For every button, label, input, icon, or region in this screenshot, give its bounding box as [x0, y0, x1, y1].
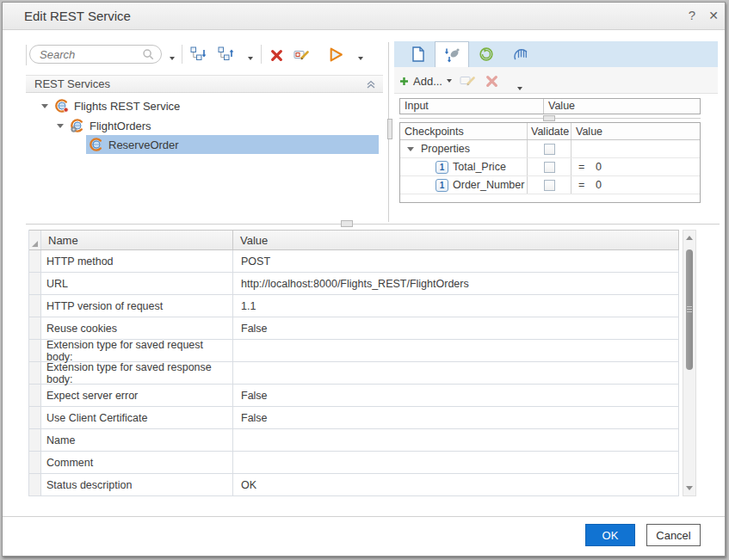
expander-icon[interactable] — [41, 104, 48, 108]
double-chevron-up-icon[interactable] — [366, 79, 376, 89]
ok-button[interactable]: OK — [585, 524, 635, 546]
rename-checkpoint-button[interactable] — [460, 74, 476, 92]
value-column-header[interactable]: Value — [571, 123, 700, 139]
row-selector[interactable] — [29, 340, 41, 361]
tree-item-label: Flights REST Service — [74, 100, 180, 113]
tree-item-flights-rest-service[interactable]: Flights REST Service — [41, 96, 180, 115]
property-row-name: Name — [29, 429, 679, 452]
row-selector[interactable] — [29, 250, 41, 272]
run-button[interactable] — [328, 46, 344, 66]
row-selector-gutter[interactable] — [29, 231, 41, 249]
scroll-up-icon[interactable] — [686, 236, 693, 240]
tree-item-reserveorder[interactable]: ReserveOrder — [90, 135, 179, 154]
property-name: Use Client Certificate — [41, 407, 233, 428]
property-value[interactable] — [233, 340, 679, 361]
value-column-header[interactable]: Value — [233, 231, 679, 249]
rest-resource-icon — [71, 119, 84, 132]
checkpoint-value[interactable]: 0 — [596, 179, 602, 191]
validate-checkbox[interactable] — [544, 144, 555, 155]
toolbar-grip — [26, 45, 27, 65]
search-input[interactable] — [40, 46, 136, 62]
checkpoint-group-label: Properties — [421, 143, 470, 155]
expand-all-icon — [190, 46, 207, 62]
tree-item-flightorders[interactable]: FlightOrders — [57, 116, 151, 135]
checkpoints-icon — [443, 47, 460, 63]
property-name: HTTP version of request — [41, 295, 233, 317]
search-input-wrap — [29, 45, 162, 64]
close-icon[interactable]: ✕ — [704, 3, 723, 28]
search-dropdown-icon[interactable] — [170, 57, 175, 60]
dialog-title: Edit REST Service — [24, 3, 131, 30]
scrollbar-thumb[interactable] — [686, 249, 693, 370]
cancel-button[interactable]: Cancel — [646, 524, 701, 546]
number-type-icon: 1 — [436, 179, 448, 192]
tab-checkpoints[interactable] — [435, 41, 469, 67]
property-row-ext-response-body: Extension type for saved response body: — [29, 362, 679, 385]
red-x-icon — [485, 75, 498, 88]
expander-icon[interactable] — [407, 147, 414, 151]
select-all-icon — [32, 241, 38, 247]
row-selector[interactable] — [29, 474, 41, 495]
row-selector[interactable] — [29, 317, 41, 339]
input-value-column-header[interactable]: Value — [544, 99, 700, 114]
toolbar-separator — [182, 45, 182, 64]
help-icon[interactable]: ? — [683, 3, 701, 28]
rename-pencil-icon — [293, 48, 310, 63]
property-value[interactable]: False — [233, 317, 679, 339]
collapse-all-button[interactable] — [218, 46, 234, 65]
toolbar-overflow-icon[interactable] — [517, 87, 522, 90]
property-name: HTTP method — [41, 250, 233, 272]
expand-all-button[interactable] — [190, 46, 207, 65]
property-value[interactable]: False — [233, 385, 679, 406]
scroll-down-icon[interactable] — [686, 486, 693, 490]
validate-column-header[interactable]: Validate — [528, 123, 571, 139]
input-column-header[interactable]: Input — [400, 99, 544, 114]
checkpoints-table-header: Checkpoints Validate Value — [400, 123, 700, 140]
run-dropdown-icon[interactable] — [358, 57, 363, 60]
row-selector[interactable] — [29, 273, 41, 294]
tree-tools-dropdown-icon[interactable] — [248, 57, 253, 60]
property-value[interactable]: 1.1 — [233, 295, 679, 317]
property-value[interactable]: OK — [233, 474, 679, 495]
tab-events[interactable] — [469, 41, 504, 67]
checkpoint-label: Order_Number — [453, 179, 524, 191]
checkpoints-column-header[interactable]: Checkpoints — [400, 123, 528, 139]
row-selector[interactable] — [29, 452, 41, 473]
search-icon — [142, 48, 155, 61]
property-value[interactable]: http://localhost:8000/Flights_REST/Fligh… — [233, 273, 679, 294]
property-row-comment: Comment — [29, 452, 679, 474]
input-checkpoints-splitter-grip[interactable] — [543, 115, 555, 121]
delete-button[interactable] — [270, 49, 283, 65]
tab-document[interactable] — [401, 41, 435, 67]
property-name: Extension type for saved response body: — [41, 362, 233, 384]
validate-checkbox[interactable] — [544, 162, 555, 173]
name-column-header[interactable]: Name — [41, 231, 233, 249]
vertical-splitter-grip[interactable] — [387, 119, 392, 139]
horizontal-splitter-grip[interactable] — [341, 220, 353, 227]
vertical-scrollbar[interactable] — [683, 230, 696, 496]
rename-button[interactable] — [293, 48, 310, 66]
checkpoint-group-row[interactable]: Properties — [400, 140, 700, 158]
expander-icon[interactable] — [57, 124, 64, 128]
row-selector[interactable] — [29, 362, 41, 384]
tab-http[interactable] — [504, 41, 538, 67]
checkpoint-operator: = — [571, 179, 596, 191]
row-selector[interactable] — [29, 385, 41, 406]
row-selector[interactable] — [29, 295, 41, 317]
property-value[interactable]: POST — [233, 250, 679, 272]
add-button[interactable]: Add... — [399, 72, 452, 89]
delete-checkpoint-button[interactable] — [485, 75, 498, 91]
validate-checkbox[interactable] — [544, 180, 555, 191]
checkpoint-row-order-number[interactable]: 1 Order_Number = 0 — [400, 176, 700, 194]
http-sketch-icon — [512, 46, 529, 62]
checkpoint-value[interactable]: 0 — [596, 161, 602, 173]
row-selector[interactable] — [29, 407, 41, 428]
property-value[interactable]: False — [233, 407, 679, 428]
property-value[interactable] — [233, 429, 679, 451]
checkpoint-row-total-price[interactable]: 1 Total_Price = 0 — [400, 158, 700, 176]
property-value[interactable] — [233, 452, 679, 473]
rest-method-icon — [90, 138, 103, 151]
screenshot-stage: Edit REST Service ? ✕ — [0, 0, 729, 560]
row-selector[interactable] — [29, 429, 41, 451]
property-value[interactable] — [233, 362, 679, 384]
